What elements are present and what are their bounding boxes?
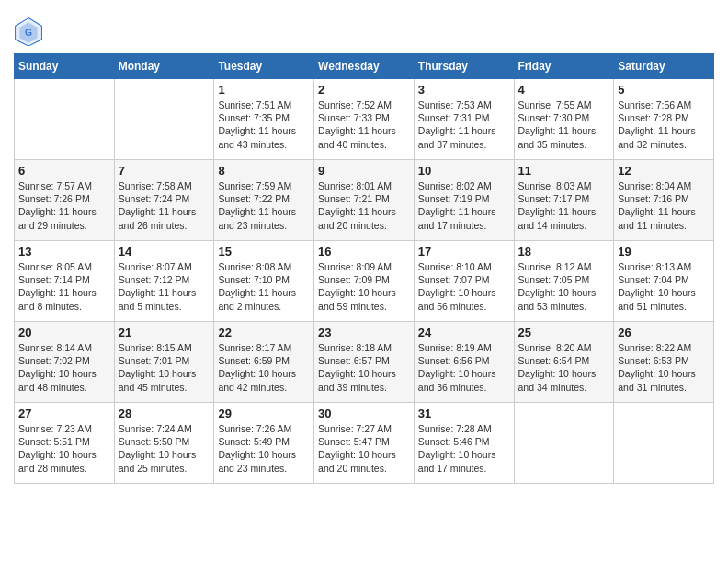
calendar-cell: 29Sunrise: 7:26 AM Sunset: 5:49 PM Dayli… bbox=[214, 403, 314, 484]
day-number: 7 bbox=[119, 164, 210, 178]
day-number: 16 bbox=[318, 245, 410, 259]
day-number: 8 bbox=[218, 164, 310, 178]
calendar-cell bbox=[114, 79, 214, 160]
weekday-header: Tuesday bbox=[214, 54, 314, 79]
day-info: Sunrise: 8:15 AM Sunset: 7:01 PM Dayligh… bbox=[119, 341, 210, 394]
day-number: 25 bbox=[518, 326, 610, 339]
day-info: Sunrise: 8:05 AM Sunset: 7:14 PM Dayligh… bbox=[18, 260, 110, 313]
day-number: 26 bbox=[618, 326, 710, 339]
weekday-header-row: SundayMondayTuesdayWednesdayThursdayFrid… bbox=[15, 54, 714, 79]
day-info: Sunrise: 8:14 AM Sunset: 7:02 PM Dayligh… bbox=[18, 341, 110, 394]
day-number: 27 bbox=[18, 407, 110, 420]
day-number: 24 bbox=[418, 326, 510, 339]
weekday-header: Saturday bbox=[614, 54, 714, 79]
calendar-cell: 15Sunrise: 8:08 AM Sunset: 7:10 PM Dayli… bbox=[214, 241, 314, 322]
day-info: Sunrise: 7:52 AM Sunset: 7:33 PM Dayligh… bbox=[318, 98, 410, 151]
calendar-cell bbox=[15, 79, 115, 160]
day-number: 9 bbox=[318, 164, 410, 178]
day-number: 6 bbox=[18, 164, 110, 178]
day-info: Sunrise: 7:23 AM Sunset: 5:51 PM Dayligh… bbox=[18, 422, 110, 475]
calendar-cell: 16Sunrise: 8:09 AM Sunset: 7:09 PM Dayli… bbox=[314, 241, 415, 322]
day-number: 30 bbox=[318, 407, 410, 420]
calendar-cell bbox=[514, 403, 614, 484]
day-info: Sunrise: 8:13 AM Sunset: 7:04 PM Dayligh… bbox=[618, 260, 710, 313]
day-info: Sunrise: 7:55 AM Sunset: 7:30 PM Dayligh… bbox=[518, 98, 610, 151]
calendar-cell: 3Sunrise: 7:53 AM Sunset: 7:31 PM Daylig… bbox=[414, 79, 514, 160]
day-number: 31 bbox=[418, 407, 510, 420]
day-info: Sunrise: 8:17 AM Sunset: 6:59 PM Dayligh… bbox=[218, 341, 310, 394]
calendar-week-row: 6Sunrise: 7:57 AM Sunset: 7:26 PM Daylig… bbox=[15, 160, 714, 241]
day-info: Sunrise: 8:19 AM Sunset: 6:56 PM Dayligh… bbox=[418, 341, 510, 394]
calendar-cell: 28Sunrise: 7:24 AM Sunset: 5:50 PM Dayli… bbox=[114, 403, 214, 484]
logo: G bbox=[14, 17, 47, 46]
calendar-cell bbox=[614, 403, 714, 484]
day-info: Sunrise: 7:59 AM Sunset: 7:22 PM Dayligh… bbox=[218, 179, 310, 232]
weekday-header: Monday bbox=[114, 54, 214, 79]
day-info: Sunrise: 8:01 AM Sunset: 7:21 PM Dayligh… bbox=[318, 179, 410, 232]
calendar-week-row: 1Sunrise: 7:51 AM Sunset: 7:35 PM Daylig… bbox=[15, 79, 714, 160]
day-number: 21 bbox=[119, 326, 210, 339]
calendar-cell: 24Sunrise: 8:19 AM Sunset: 6:56 PM Dayli… bbox=[414, 322, 514, 403]
calendar-cell: 10Sunrise: 8:02 AM Sunset: 7:19 PM Dayli… bbox=[414, 160, 514, 241]
weekday-header: Sunday bbox=[15, 54, 115, 79]
calendar-cell: 26Sunrise: 8:22 AM Sunset: 6:53 PM Dayli… bbox=[614, 322, 714, 403]
day-info: Sunrise: 8:18 AM Sunset: 6:57 PM Dayligh… bbox=[318, 341, 410, 394]
day-number: 5 bbox=[618, 83, 710, 97]
day-info: Sunrise: 8:10 AM Sunset: 7:07 PM Dayligh… bbox=[418, 260, 510, 313]
day-number: 17 bbox=[418, 245, 510, 259]
calendar-cell: 7Sunrise: 7:58 AM Sunset: 7:24 PM Daylig… bbox=[114, 160, 214, 241]
day-info: Sunrise: 8:22 AM Sunset: 6:53 PM Dayligh… bbox=[618, 341, 710, 394]
weekday-header: Friday bbox=[514, 54, 614, 79]
day-number: 14 bbox=[119, 245, 210, 259]
day-info: Sunrise: 7:51 AM Sunset: 7:35 PM Dayligh… bbox=[218, 98, 310, 151]
day-info: Sunrise: 8:12 AM Sunset: 7:05 PM Dayligh… bbox=[518, 260, 610, 313]
logo-icon: G bbox=[14, 17, 43, 46]
svg-text:G: G bbox=[25, 28, 32, 38]
day-number: 20 bbox=[18, 326, 110, 339]
weekday-header: Thursday bbox=[414, 54, 514, 79]
day-number: 22 bbox=[218, 326, 310, 339]
day-info: Sunrise: 7:28 AM Sunset: 5:46 PM Dayligh… bbox=[418, 422, 510, 475]
header: G bbox=[14, 9, 714, 46]
calendar-table: SundayMondayTuesdayWednesdayThursdayFrid… bbox=[14, 53, 714, 484]
day-number: 1 bbox=[218, 83, 310, 97]
calendar-cell: 1Sunrise: 7:51 AM Sunset: 7:35 PM Daylig… bbox=[214, 79, 314, 160]
calendar-cell: 8Sunrise: 7:59 AM Sunset: 7:22 PM Daylig… bbox=[214, 160, 314, 241]
calendar-cell: 2Sunrise: 7:52 AM Sunset: 7:33 PM Daylig… bbox=[314, 79, 415, 160]
day-number: 29 bbox=[218, 407, 310, 420]
calendar-week-row: 13Sunrise: 8:05 AM Sunset: 7:14 PM Dayli… bbox=[15, 241, 714, 322]
day-info: Sunrise: 7:27 AM Sunset: 5:47 PM Dayligh… bbox=[318, 422, 410, 475]
day-number: 15 bbox=[218, 245, 310, 259]
weekday-header: Wednesday bbox=[314, 54, 415, 79]
calendar-cell: 11Sunrise: 8:03 AM Sunset: 7:17 PM Dayli… bbox=[514, 160, 614, 241]
calendar-cell: 13Sunrise: 8:05 AM Sunset: 7:14 PM Dayli… bbox=[15, 241, 115, 322]
day-number: 4 bbox=[518, 83, 610, 97]
day-info: Sunrise: 8:02 AM Sunset: 7:19 PM Dayligh… bbox=[418, 179, 510, 232]
calendar-cell: 22Sunrise: 8:17 AM Sunset: 6:59 PM Dayli… bbox=[214, 322, 314, 403]
day-number: 28 bbox=[119, 407, 210, 420]
calendar-cell: 30Sunrise: 7:27 AM Sunset: 5:47 PM Dayli… bbox=[314, 403, 415, 484]
calendar-cell: 17Sunrise: 8:10 AM Sunset: 7:07 PM Dayli… bbox=[414, 241, 514, 322]
calendar-cell: 19Sunrise: 8:13 AM Sunset: 7:04 PM Dayli… bbox=[614, 241, 714, 322]
day-number: 19 bbox=[618, 245, 710, 259]
day-info: Sunrise: 7:53 AM Sunset: 7:31 PM Dayligh… bbox=[418, 98, 510, 151]
calendar-cell: 6Sunrise: 7:57 AM Sunset: 7:26 PM Daylig… bbox=[15, 160, 115, 241]
day-number: 2 bbox=[318, 83, 410, 97]
day-number: 10 bbox=[418, 164, 510, 178]
calendar-cell: 18Sunrise: 8:12 AM Sunset: 7:05 PM Dayli… bbox=[514, 241, 614, 322]
day-info: Sunrise: 7:26 AM Sunset: 5:49 PM Dayligh… bbox=[218, 422, 310, 475]
calendar-cell: 27Sunrise: 7:23 AM Sunset: 5:51 PM Dayli… bbox=[15, 403, 115, 484]
calendar-cell: 23Sunrise: 8:18 AM Sunset: 6:57 PM Dayli… bbox=[314, 322, 415, 403]
calendar-cell: 5Sunrise: 7:56 AM Sunset: 7:28 PM Daylig… bbox=[614, 79, 714, 160]
page: G SundayMondayTuesdayWednesdayThursdayFr… bbox=[0, 0, 728, 498]
day-info: Sunrise: 7:24 AM Sunset: 5:50 PM Dayligh… bbox=[119, 422, 210, 475]
calendar-cell: 31Sunrise: 7:28 AM Sunset: 5:46 PM Dayli… bbox=[414, 403, 514, 484]
day-number: 11 bbox=[518, 164, 610, 178]
calendar-cell: 12Sunrise: 8:04 AM Sunset: 7:16 PM Dayli… bbox=[614, 160, 714, 241]
day-info: Sunrise: 8:08 AM Sunset: 7:10 PM Dayligh… bbox=[218, 260, 310, 313]
calendar-cell: 21Sunrise: 8:15 AM Sunset: 7:01 PM Dayli… bbox=[114, 322, 214, 403]
day-info: Sunrise: 8:04 AM Sunset: 7:16 PM Dayligh… bbox=[618, 179, 710, 232]
day-info: Sunrise: 8:09 AM Sunset: 7:09 PM Dayligh… bbox=[318, 260, 410, 313]
day-info: Sunrise: 7:56 AM Sunset: 7:28 PM Dayligh… bbox=[618, 98, 710, 151]
calendar-cell: 4Sunrise: 7:55 AM Sunset: 7:30 PM Daylig… bbox=[514, 79, 614, 160]
